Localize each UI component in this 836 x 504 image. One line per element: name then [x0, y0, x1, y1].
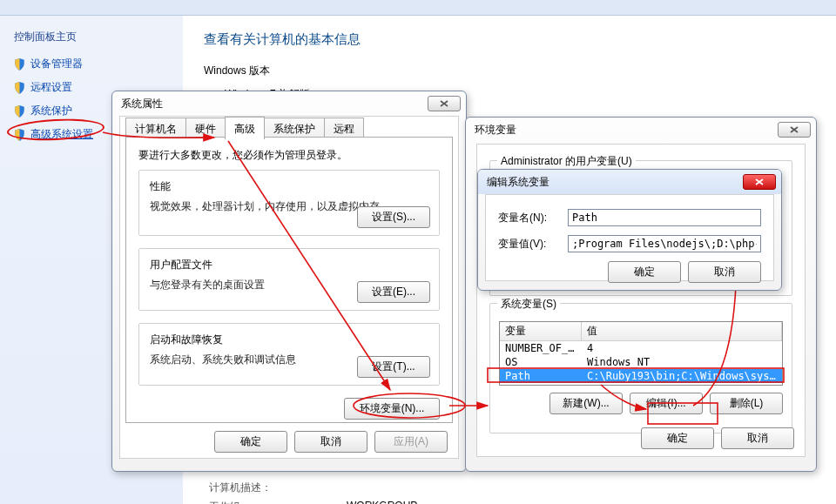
tab-advanced[interactable]: 高级	[225, 117, 265, 139]
performance-group: 性能 视觉效果，处理器计划，内存使用，以及虚拟内存 设置(S)...	[138, 170, 440, 236]
startup-recovery-group: 启动和故障恢复 系统启动、系统失败和调试信息 设置(T)...	[138, 323, 440, 386]
dialog-title: 系统属性	[121, 97, 163, 111]
advanced-tab-panel: 要进行大多数更改，您必须作为管理员登录。 性能 视觉效果，处理器计划，内存使用，…	[125, 137, 453, 423]
link-label: 高级系统设置	[30, 127, 93, 142]
sidebar-link-device-manager[interactable]: 设备管理器	[14, 57, 169, 71]
close-button[interactable]	[778, 122, 811, 138]
link-label: 系统保护	[30, 104, 72, 118]
admin-note: 要进行大多数更改，您必须作为管理员登录。	[138, 148, 440, 163]
list-row[interactable]: NUMBER_OF_PR...4	[500, 341, 782, 355]
group-title: 启动和故障恢复	[150, 333, 428, 347]
ok-button[interactable]: 确定	[214, 431, 287, 453]
close-icon	[439, 99, 449, 108]
dialog-title: 编辑系统变量	[487, 175, 549, 190]
close-icon	[754, 178, 765, 186]
variable-name-label: 变量名(N):	[498, 211, 568, 225]
workgroup-label: 工作组：	[209, 500, 251, 504]
col-header-value[interactable]: 值	[582, 322, 782, 340]
shield-icon	[14, 82, 25, 94]
close-button[interactable]	[743, 174, 776, 190]
list-row[interactable]: OSWindows_NT	[500, 355, 782, 369]
group-title: 性能	[150, 179, 428, 194]
close-icon	[789, 125, 799, 134]
list-header: 变量 值	[500, 322, 782, 341]
link-label: 设备管理器	[30, 57, 83, 71]
cancel-button[interactable]: 取消	[721, 427, 794, 449]
dialog-titlebar[interactable]: 环境变量	[466, 118, 816, 142]
sidebar-heading: 控制面板主页	[14, 30, 169, 44]
windows-edition-heading: Windows 版本	[204, 64, 815, 78]
shield-icon	[14, 58, 25, 71]
ok-button[interactable]: 确定	[608, 261, 681, 283]
computer-desc-label: 计算机描述：	[209, 480, 272, 495]
system-properties-dialog: 系统属性 计算机名 硬件 高级 系统保护 远程 要进行大多数更改，您必须作为管理…	[111, 91, 467, 472]
user-profiles-settings-button[interactable]: 设置(E)...	[357, 281, 430, 303]
variable-name-input[interactable]	[568, 209, 761, 226]
group-legend: 系统变量(S)	[497, 297, 560, 312]
col-header-variable[interactable]: 变量	[500, 322, 582, 340]
system-variables-group: 系统变量(S) 变量 值 NUMBER_OF_PR...4 OSWindows_…	[489, 303, 792, 433]
ok-button[interactable]: 确定	[641, 427, 714, 449]
group-legend: Administrator 的用户变量(U)	[497, 154, 636, 169]
environment-variables-button[interactable]: 环境变量(N)...	[344, 398, 440, 420]
user-profiles-group: 用户配置文件 与您登录有关的桌面设置 设置(E)...	[138, 248, 440, 311]
performance-settings-button[interactable]: 设置(S)...	[357, 206, 430, 228]
dialog-titlebar[interactable]: 编辑系统变量	[478, 170, 781, 194]
edit-system-variable-dialog: 编辑系统变量 变量名(N): 变量值(V): 确定 取消	[477, 169, 782, 291]
system-variables-list[interactable]: 变量 值 NUMBER_OF_PR...4 OSWindows_NT PathC…	[499, 321, 783, 386]
link-label: 远程设置	[30, 80, 72, 95]
apply-button[interactable]: 应用(A)	[374, 431, 448, 453]
dialog-title: 环境变量	[475, 123, 516, 138]
workgroup-value: WORKGROUP	[347, 500, 417, 504]
edit-sys-var-button[interactable]: 编辑(I)...	[630, 393, 703, 414]
page-title: 查看有关计算机的基本信息	[204, 31, 815, 48]
list-row-selected[interactable]: PathC:\Ruby193\bin;C:\Windows\syste...	[500, 369, 782, 383]
variable-value-label: 变量值(V):	[498, 237, 568, 252]
new-sys-var-button[interactable]: 新建(W)...	[549, 393, 623, 414]
shield-icon	[14, 105, 25, 118]
window-top-strip	[0, 0, 836, 16]
cancel-button[interactable]: 取消	[688, 261, 761, 283]
list-row[interactable]: PATHEXT.COM;.EXE;.BAT;.CMD;.VBS;.VBE;...	[500, 383, 782, 386]
delete-sys-var-button[interactable]: 删除(L)	[710, 393, 783, 414]
close-button[interactable]	[428, 96, 461, 111]
variable-value-input[interactable]	[568, 235, 761, 252]
cancel-button[interactable]: 取消	[294, 431, 367, 453]
shield-icon	[14, 129, 25, 141]
group-title: 用户配置文件	[150, 258, 428, 272]
dialog-titlebar[interactable]: 系统属性	[112, 91, 466, 116]
startup-settings-button[interactable]: 设置(T)...	[357, 356, 430, 378]
